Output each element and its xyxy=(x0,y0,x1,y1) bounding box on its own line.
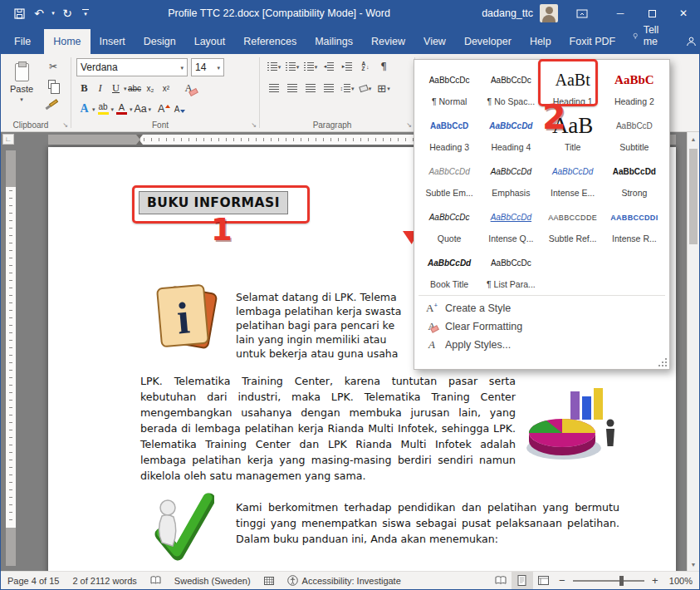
paragraph-dialog-launcher-icon[interactable]: ↘ xyxy=(406,122,412,129)
change-case-button[interactable]: Aa xyxy=(133,101,149,117)
tab-mailings[interactable]: Mailings xyxy=(306,29,362,54)
strikethrough-button[interactable]: abc xyxy=(127,80,143,96)
page-indicator[interactable]: Page 4 of 15 xyxy=(1,572,66,590)
grow-font-button[interactable]: A xyxy=(156,101,172,117)
scroll-down-icon[interactable]: ▼ xyxy=(688,558,699,570)
bold-button[interactable]: B xyxy=(76,80,92,96)
zoom-level[interactable]: 100% xyxy=(663,572,699,590)
font-name-combo[interactable]: Verdana ▾ xyxy=(76,58,188,76)
ribbon-display-options-icon[interactable] xyxy=(571,4,593,22)
font-size-combo[interactable]: 14 ▾ xyxy=(191,58,224,76)
share-button[interactable]: Share xyxy=(671,29,700,54)
tab-review[interactable]: Review xyxy=(362,29,414,54)
undo-icon[interactable]: ↶ xyxy=(29,3,49,23)
multilevel-list-button[interactable]: ▾ xyxy=(301,58,320,75)
scroll-up-icon[interactable]: ▲ xyxy=(688,133,699,145)
underline-button[interactable]: U xyxy=(108,80,124,96)
style-item-intense-quote[interactable]: AaBbCcDdIntense Q... xyxy=(480,200,541,246)
line-spacing-button[interactable]: ↕▾ xyxy=(338,80,356,96)
text-effects-button[interactable]: A xyxy=(76,101,92,117)
zoom-slider[interactable] xyxy=(573,580,644,582)
tab-insert[interactable]: Insert xyxy=(91,29,135,54)
document-heading[interactable]: BUKU INFORMASI xyxy=(139,191,288,214)
tab-view[interactable]: View xyxy=(414,29,455,54)
tab-layout[interactable]: Layout xyxy=(185,29,235,54)
chart-image[interactable] xyxy=(524,385,620,465)
style-item-book-title[interactable]: AaBbCcDdBook Title xyxy=(419,246,480,292)
format-painter-button[interactable] xyxy=(42,95,64,111)
style-item-normal[interactable]: AaBbCcDc¶ Normal xyxy=(419,63,480,109)
tell-me-box[interactable]: Tell me xyxy=(624,17,671,54)
language-indicator[interactable]: Swedish (Sweden) xyxy=(168,572,257,590)
tab-design[interactable]: Design xyxy=(135,29,185,54)
avatar[interactable] xyxy=(540,4,558,22)
tab-file[interactable]: File xyxy=(1,29,44,54)
numbering-button[interactable]: ▾ xyxy=(283,58,301,75)
style-item-heading-4[interactable]: AaBbCcDdHeading 4 xyxy=(480,109,541,155)
font-dialog-launcher-icon[interactable]: ↘ xyxy=(251,122,257,129)
tab-home[interactable]: Home xyxy=(44,29,90,54)
shrink-font-button[interactable]: A xyxy=(172,101,188,117)
first-line-indent-marker[interactable] xyxy=(136,135,143,139)
shading-button[interactable]: ▾ xyxy=(356,80,374,96)
undo-chevron-down-icon[interactable]: ▾ xyxy=(49,3,57,23)
redo-icon[interactable]: ↻ xyxy=(57,3,77,23)
create-style-item[interactable]: A+ Create a Style xyxy=(419,299,665,317)
paste-button[interactable]: Paste ▾ xyxy=(4,57,39,117)
increase-indent-button[interactable]: ▸ xyxy=(338,58,356,75)
vertical-ruler[interactable] xyxy=(6,150,16,566)
zoom-in-button[interactable]: + xyxy=(648,572,663,590)
copy-button[interactable] xyxy=(42,76,64,92)
scrollbar-thumb[interactable] xyxy=(689,149,698,244)
align-right-button[interactable] xyxy=(301,80,320,96)
borders-button[interactable]: ⊞▾ xyxy=(374,80,393,96)
style-item-heading-3[interactable]: AaBbCcDHeading 3 xyxy=(419,109,480,155)
style-item-title[interactable]: AaBTitle xyxy=(542,109,604,155)
cut-button[interactable]: ✂ xyxy=(42,58,64,74)
align-center-button[interactable] xyxy=(283,80,301,96)
justify-button[interactable] xyxy=(320,80,338,96)
welcome-paragraph[interactable]: Selamat datang di LPK. Telema lembaga pe… xyxy=(236,290,401,361)
proofing-status[interactable] xyxy=(144,572,168,590)
hanging-indent-marker[interactable] xyxy=(136,140,143,145)
info-book-image[interactable]: i xyxy=(151,280,221,356)
bullets-button[interactable]: ▾ xyxy=(265,58,283,75)
highlight-color-button[interactable]: ab xyxy=(95,101,111,117)
style-item-subtitle[interactable]: AaBbCcDSubtitle xyxy=(604,109,665,155)
style-item-heading-1[interactable]: AaBtHeading 1 xyxy=(542,63,604,109)
style-item-intense-emphasis[interactable]: AaBbCcDdIntense E... xyxy=(542,155,604,200)
superscript-button[interactable]: x² xyxy=(159,80,174,96)
subscript-button[interactable]: x₂ xyxy=(143,80,159,96)
paragraph-commitment[interactable]: Kami berkomitmen terhadap pendidikan dan… xyxy=(236,499,619,547)
signed-in-user[interactable]: dadang_ttc xyxy=(482,7,533,19)
clipboard-dialog-launcher-icon[interactable]: ↘ xyxy=(62,122,68,129)
clear-formatting-button[interactable]: A xyxy=(181,80,197,96)
save-icon[interactable] xyxy=(9,3,29,23)
decrease-indent-button[interactable]: ◂ xyxy=(320,58,338,75)
italic-button[interactable]: I xyxy=(92,80,108,96)
sort-button[interactable]: AZ↓ xyxy=(356,58,374,75)
show-formatting-marks-button[interactable]: ¶ xyxy=(374,58,393,75)
vertical-scrollbar[interactable]: ▲ ▼ xyxy=(687,132,699,571)
tab-developer[interactable]: Developer xyxy=(455,29,521,54)
paragraph-lpk[interactable]: LPK. Telematika Training Center, karena … xyxy=(140,373,620,484)
style-item-intense-reference[interactable]: AABBCCDDIIntense R... xyxy=(604,200,665,246)
print-layout-button[interactable] xyxy=(512,572,533,590)
tab-foxit-pdf[interactable]: Foxit PDF xyxy=(560,29,625,54)
tab-help[interactable]: Help xyxy=(521,29,560,54)
style-item-heading-2[interactable]: AaBbCHeading 2 xyxy=(604,63,665,109)
close-button[interactable]: ✕ xyxy=(668,1,699,26)
zoom-out-button[interactable]: − xyxy=(555,572,570,590)
style-item-subtle-reference[interactable]: AABBCCDDESubtle Ref... xyxy=(542,200,604,246)
tab-references[interactable]: References xyxy=(234,29,306,54)
apply-styles-item[interactable]: A Apply Styles... xyxy=(419,336,665,354)
align-left-button[interactable] xyxy=(265,80,283,96)
font-color-button[interactable]: A xyxy=(114,101,130,117)
read-mode-button[interactable] xyxy=(490,572,512,590)
web-layout-button[interactable] xyxy=(533,572,555,590)
clear-formatting-item[interactable]: A Clear Formatting xyxy=(419,317,665,336)
style-item-quote[interactable]: AaBbCcDcQuote xyxy=(419,200,480,246)
keyboard-indicator[interactable] xyxy=(257,572,281,590)
style-item-no-spacing[interactable]: AaBbCcDc¶ No Spac... xyxy=(480,63,541,109)
style-item-strong[interactable]: AaBbCcDdStrong xyxy=(604,155,665,200)
